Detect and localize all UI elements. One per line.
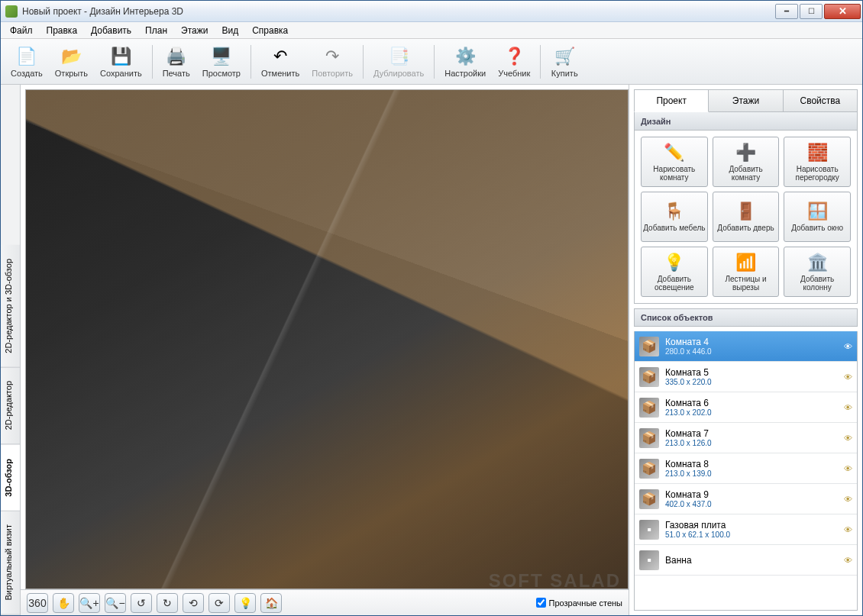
- menu-Правка[interactable]: Правка: [40, 23, 84, 38]
- toolbar-Купить[interactable]: 🛒Купить: [545, 41, 583, 82]
- maximize-button[interactable]: ☐: [800, 4, 823, 19]
- menu-Справка[interactable]: Справка: [246, 23, 294, 38]
- 3d-scene[interactable]: [25, 89, 629, 589]
- toolbar-label: Дублировать: [373, 69, 424, 78]
- object-icon: 📦: [639, 367, 659, 387]
- menu-Файл[interactable]: Файл: [4, 23, 39, 38]
- window-buttons: ━ ☐ ✕: [775, 4, 861, 19]
- view-tool-button[interactable]: 🔍+: [79, 593, 100, 613]
- visibility-icon[interactable]: 👁: [844, 403, 852, 412]
- object-item[interactable]: 📦Комната 7213.0 x 126.0👁: [635, 423, 857, 453]
- design-Лестницы и вырезы[interactable]: 📶Лестницы и вырезы: [713, 247, 780, 297]
- left-tab-2D-редактор и 3D-обзор[interactable]: 2D-редактор и 3D-обзор: [1, 245, 20, 368]
- design-Добавить окно[interactable]: 🪟Добавить окно: [784, 192, 851, 242]
- design-Нарисовать перегородку[interactable]: 🧱Нарисовать перегородку: [784, 137, 851, 187]
- transparent-walls-checkbox[interactable]: Прозрачные стены: [536, 598, 622, 608]
- main-area: Виртуальный визит3D-обзор2D-редактор2D-р…: [1, 85, 862, 615]
- view-tool-button[interactable]: 💡: [234, 593, 256, 613]
- app-icon: [5, 5, 18, 18]
- view-tool-button[interactable]: 360: [27, 593, 48, 613]
- left-side-tabs: Виртуальный визит3D-обзор2D-редактор2D-р…: [1, 85, 21, 615]
- left-tab-2D-редактор[interactable]: 2D-редактор: [1, 367, 20, 444]
- toolbar-Отменить[interactable]: ↶Отменить: [256, 41, 305, 82]
- object-text: Комната 5335.0 x 220.0: [665, 367, 712, 386]
- object-item[interactable]: 📦Комната 5335.0 x 220.0👁: [635, 362, 857, 392]
- right-panel: ПроектЭтажиСвойства Дизайн ✏️Нарисовать …: [629, 85, 862, 615]
- design-Нарисовать комнату[interactable]: ✏️Нарисовать комнату: [641, 137, 708, 187]
- toolbar-Создать[interactable]: 📄Создать: [5, 41, 48, 82]
- design-label: Добавить мебель: [643, 224, 705, 232]
- toolbar-label: Создать: [11, 69, 43, 78]
- right-tab-Этажи[interactable]: Этажи: [709, 89, 783, 112]
- menu-Добавить[interactable]: Добавить: [85, 23, 137, 38]
- visibility-icon[interactable]: 👁: [844, 495, 852, 504]
- design-Добавить дверь[interactable]: 🚪Добавить дверь: [713, 192, 780, 242]
- view-tool-button[interactable]: 🏠: [260, 593, 282, 613]
- toolbar-Открыть[interactable]: 📂Открыть: [50, 41, 93, 82]
- design-Добавить колонну[interactable]: 🏛️Добавить колонну: [784, 247, 851, 297]
- object-icon: 📦: [639, 459, 659, 479]
- view-tool-button[interactable]: ↻: [157, 593, 178, 613]
- main-toolbar: 📄Создать📂Открыть💾Сохранить🖨️Печать🖥️Прос…: [1, 39, 862, 85]
- object-item[interactable]: 📦Комната 8213.0 x 139.0👁: [635, 453, 857, 484]
- Учебник-icon: ❓: [503, 46, 525, 67]
- toolbar-separator: [250, 45, 251, 79]
- object-item[interactable]: 📦Комната 6213.0 x 202.0👁: [635, 392, 857, 423]
- Просмотр-icon: 🖥️: [211, 46, 232, 67]
- object-item[interactable]: ▪Газовая плита51.0 x 62.1 x 100.0👁: [635, 514, 857, 545]
- design-Добавить мебель[interactable]: 🪑Добавить мебель: [641, 192, 708, 242]
- toolbar-separator: [152, 45, 153, 79]
- menu-Этажи[interactable]: Этажи: [175, 23, 214, 38]
- right-tab-Проект[interactable]: Проект: [634, 89, 709, 112]
- view-tool-button[interactable]: ↺: [131, 593, 152, 613]
- right-tab-Свойства[interactable]: Свойства: [784, 89, 858, 112]
- design-icon: 📶: [735, 253, 756, 273]
- design-icon: ➕: [735, 143, 756, 163]
- minimize-button[interactable]: ━: [775, 4, 798, 19]
- design-Добавить освещение[interactable]: 💡Добавить освещение: [641, 247, 708, 297]
- right-tabs: ПроектЭтажиСвойства: [634, 89, 858, 112]
- visibility-icon[interactable]: 👁: [844, 525, 852, 534]
- visibility-icon[interactable]: 👁: [844, 464, 852, 473]
- object-text: Комната 7213.0 x 126.0: [665, 428, 712, 447]
- view-tool-button[interactable]: ✋: [53, 593, 74, 613]
- object-item[interactable]: 📦Комната 4280.0 x 446.0👁: [635, 331, 857, 362]
- toolbar-Дублировать: 📑Дублировать: [368, 41, 429, 82]
- design-icon: 🪑: [664, 202, 684, 221]
- Настройки-icon: ⚙️: [454, 46, 476, 67]
- object-item[interactable]: ▪Ванна👁: [635, 545, 857, 576]
- view-tool-button[interactable]: 🔍−: [105, 593, 126, 613]
- close-button[interactable]: ✕: [824, 4, 861, 19]
- view-tool-button[interactable]: ⟳: [208, 593, 230, 613]
- toolbar-Сохранить[interactable]: 💾Сохранить: [95, 41, 147, 82]
- viewport-container: 360✋🔍+🔍−↺↻⟲⟳💡🏠 Прозрачные стены SOFT SAL…: [21, 85, 629, 615]
- transparent-walls-input[interactable]: [536, 598, 546, 608]
- toolbar-label: Открыть: [55, 69, 88, 78]
- toolbar-label: Учебник: [498, 69, 530, 78]
- Отменить-icon: ↶: [270, 46, 291, 67]
- visibility-icon[interactable]: 👁: [844, 342, 852, 351]
- toolbar-Учебник[interactable]: ❓Учебник: [493, 41, 535, 82]
- design-Добавить комнату[interactable]: ➕Добавить комнату: [713, 137, 780, 187]
- toolbar-separator: [363, 45, 364, 79]
- object-icon: ▪: [639, 520, 659, 540]
- object-icon: ▪: [639, 550, 659, 570]
- menu-План[interactable]: План: [139, 23, 173, 38]
- transparent-walls-label: Прозрачные стены: [549, 598, 622, 608]
- menu-Вид[interactable]: Вид: [215, 23, 244, 38]
- view-tool-button[interactable]: ⟲: [183, 593, 204, 613]
- left-tab-Виртуальный визит[interactable]: Виртуальный визит: [1, 511, 20, 615]
- visibility-icon[interactable]: 👁: [844, 556, 852, 565]
- left-tab-3D-обзор[interactable]: 3D-обзор: [1, 445, 20, 511]
- toolbar-label: Настройки: [444, 69, 486, 78]
- Создать-icon: 📄: [16, 46, 37, 67]
- Купить-icon: 🛒: [554, 46, 575, 67]
- visibility-icon[interactable]: 👁: [844, 373, 852, 382]
- object-item[interactable]: 📦Комната 9402.0 x 437.0👁: [635, 484, 857, 514]
- toolbar-Печать[interactable]: 🖨️Печать: [157, 41, 196, 82]
- visibility-icon[interactable]: 👁: [844, 434, 852, 443]
- toolbar-label: Просмотр: [202, 69, 241, 78]
- toolbar-separator: [540, 45, 541, 79]
- toolbar-Просмотр[interactable]: 🖥️Просмотр: [197, 41, 246, 82]
- toolbar-Настройки[interactable]: ⚙️Настройки: [439, 41, 491, 82]
